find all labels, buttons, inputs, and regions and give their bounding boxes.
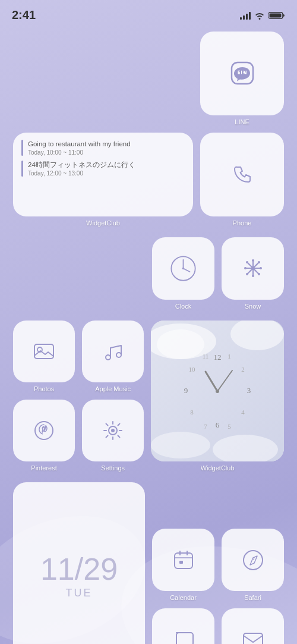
calendar-icon (172, 548, 195, 572)
music-icon (101, 340, 125, 363)
snow-label: Snow (245, 303, 261, 310)
signal-icon (240, 11, 251, 20)
svg-text:4: 4 (241, 409, 245, 416)
right-col-row1: LINE Phone (200, 32, 284, 227)
mid-col-row3: Apple Music Settings (82, 321, 144, 472)
svg-point-36 (216, 389, 219, 393)
svg-point-11 (246, 261, 248, 263)
svg-line-5 (184, 268, 190, 272)
apple-music-label: Apple Music (95, 385, 131, 392)
phone-app[interactable]: Phone (200, 133, 284, 227)
svg-line-35 (217, 370, 232, 391)
svg-rect-1 (270, 13, 282, 17)
safari-icon (241, 548, 266, 573)
snow-app[interactable]: Snow (222, 237, 284, 310)
phone-icon (231, 163, 254, 186)
clock-app[interactable]: Clock (152, 237, 214, 310)
svg-rect-37 (175, 553, 192, 568)
widgetclub-schedule-widget[interactable]: Going to restaurant with my friend Today… (13, 133, 193, 227)
mail-icon (241, 627, 266, 644)
svg-point-7 (252, 259, 254, 262)
svg-point-9 (244, 267, 247, 269)
status-bar: 2:41 (0, 0, 297, 27)
status-icons (240, 11, 285, 20)
row-1: Going to restaurant with my friend Today… (13, 32, 284, 227)
svg-text:7: 7 (204, 423, 207, 430)
svg-point-10 (260, 267, 262, 269)
event-2: 24時間フィットネスのジムに行く Today, 12:00 ~ 13:00 (21, 161, 185, 177)
settings-label: Settings (101, 464, 125, 472)
wifi-icon (254, 11, 265, 20)
svg-text:9: 9 (184, 386, 188, 395)
clock-label: Clock (175, 303, 192, 310)
line-icon (227, 58, 258, 89)
svg-text:8: 8 (190, 409, 194, 416)
mail-app[interactable]: Mail (222, 608, 284, 644)
svg-rect-15 (34, 344, 53, 359)
analog-clock-widget: 12 3 6 9 2 4 10 8 11 1 7 5 (173, 347, 262, 436)
clock-icon (167, 252, 200, 285)
messages-app[interactable]: Messages (152, 608, 214, 644)
photos-app[interactable]: Photos (13, 321, 75, 392)
svg-text:10: 10 (189, 366, 196, 373)
svg-point-6 (182, 268, 185, 270)
svg-text:5: 5 (228, 423, 231, 430)
settings-app[interactable]: Settings (82, 400, 144, 472)
photos-label: Photos (34, 385, 54, 392)
svg-point-8 (252, 275, 254, 277)
messages-icon (172, 628, 195, 644)
svg-point-14 (246, 273, 248, 275)
settings-icon (100, 418, 125, 443)
pinterest-icon (32, 419, 56, 442)
svg-text:3: 3 (247, 386, 251, 395)
safari-app[interactable]: Safari (222, 529, 284, 601)
widgetclub-clock-label: WidgetClub (201, 464, 235, 472)
svg-point-19 (116, 353, 121, 357)
svg-text:11: 11 (203, 353, 209, 360)
svg-point-18 (106, 355, 110, 360)
snow-icon (241, 256, 266, 281)
apple-music-app[interactable]: Apple Music (82, 321, 144, 392)
widgetclub-clock-widget[interactable]: 12 3 6 9 2 4 10 8 11 1 7 5 (151, 321, 284, 472)
svg-point-12 (258, 273, 260, 275)
left-col-row3: Photos Pinterest (13, 321, 75, 472)
row-3: Photos Pinterest (13, 321, 284, 472)
phone-label: Phone (233, 219, 252, 227)
calendar-app[interactable]: Calendar (152, 529, 214, 601)
photos-icon (31, 339, 56, 364)
row-2: Clock Snow (152, 237, 284, 310)
svg-text:6: 6 (216, 420, 220, 429)
event-1: Going to restaurant with my friend Today… (21, 140, 185, 156)
svg-line-34 (206, 372, 217, 391)
svg-text:1: 1 (228, 353, 231, 360)
svg-text:2: 2 (241, 366, 245, 373)
line-app[interactable]: LINE (200, 32, 284, 125)
line-label: LINE (235, 118, 249, 125)
battery-icon (268, 11, 285, 20)
svg-point-13 (258, 261, 260, 263)
status-time: 2:41 (12, 8, 36, 22)
pinterest-app[interactable]: Pinterest (13, 400, 75, 472)
svg-text:12: 12 (214, 353, 222, 362)
svg-rect-41 (179, 561, 183, 564)
svg-point-21 (111, 429, 115, 432)
widgetclub-schedule-label: WidgetClub (86, 219, 120, 227)
pinterest-label: Pinterest (31, 464, 56, 472)
